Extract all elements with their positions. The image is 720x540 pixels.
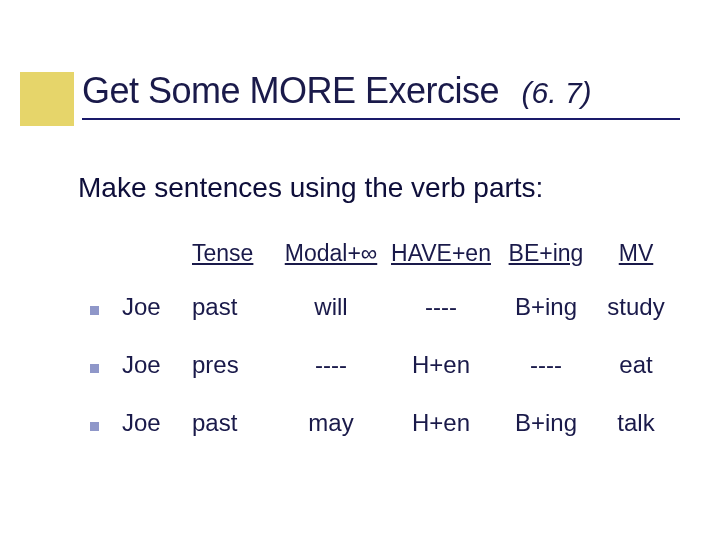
cell-have: H+en xyxy=(386,351,496,379)
cell-subj: Joe xyxy=(122,351,192,379)
cell-tense: pres xyxy=(192,351,276,379)
cell-mv: eat xyxy=(596,351,676,379)
table-row: Joe pres ---- H+en ---- eat xyxy=(90,351,680,379)
table-row: Joe past may H+en B+ing talk xyxy=(90,409,680,437)
cell-tense: past xyxy=(192,293,276,321)
cell-modal: ---- xyxy=(276,351,386,379)
slide-subtitle: Make sentences using the verb parts: xyxy=(78,172,543,204)
cell-have: ---- xyxy=(386,293,496,321)
col-header-tense: Tense xyxy=(192,240,276,267)
cell-tense: past xyxy=(192,409,276,437)
col-header-have: HAVE+en xyxy=(386,240,496,267)
cell-have: H+en xyxy=(386,409,496,437)
col-header-mv: MV xyxy=(596,240,676,267)
title-area: Get Some MORE Exercise (6. 7) xyxy=(82,70,680,120)
cell-mv: talk xyxy=(596,409,676,437)
col-header-be: BE+ing xyxy=(496,240,596,267)
bullet-icon xyxy=(90,293,122,321)
col-header-modal: Modal+∞ xyxy=(276,240,386,267)
slide: Get Some MORE Exercise (6. 7) Make sente… xyxy=(0,0,720,540)
cell-mv: study xyxy=(596,293,676,321)
accent-square xyxy=(20,72,74,126)
cell-be: B+ing xyxy=(496,409,596,437)
slide-title: Get Some MORE Exercise xyxy=(82,70,499,111)
cell-modal: will xyxy=(276,293,386,321)
cell-subj: Joe xyxy=(122,409,192,437)
bullet-icon xyxy=(90,351,122,379)
cell-be: B+ing xyxy=(496,293,596,321)
cell-subj: Joe xyxy=(122,293,192,321)
title-line: Get Some MORE Exercise (6. 7) xyxy=(82,70,680,120)
bullet-icon xyxy=(90,409,122,437)
table-header-row: Tense Modal+∞ HAVE+en BE+ing MV xyxy=(90,240,680,267)
verb-table: Tense Modal+∞ HAVE+en BE+ing MV Joe past… xyxy=(90,240,680,467)
cell-modal: may xyxy=(276,409,386,437)
table-row: Joe past will ---- B+ing study xyxy=(90,293,680,321)
cell-be: ---- xyxy=(496,351,596,379)
slide-ref: (6. 7) xyxy=(522,76,592,109)
